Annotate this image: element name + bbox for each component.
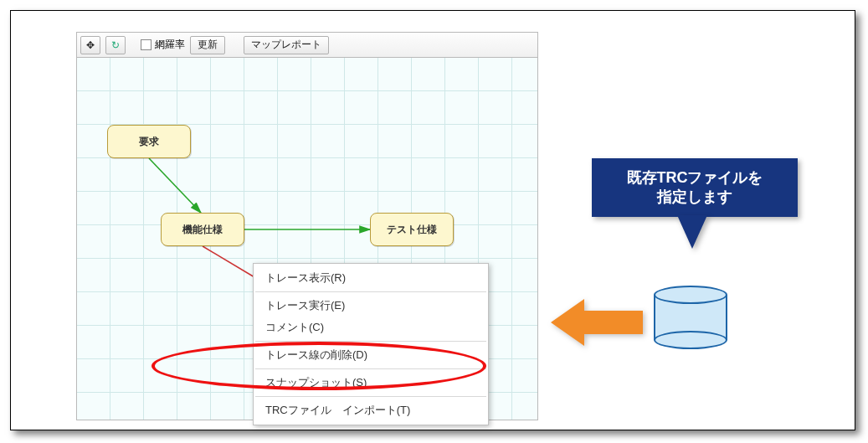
trace-line-red[interactable] <box>203 246 254 277</box>
menu-trace-run[interactable]: トレース実行(E) <box>254 295 488 317</box>
callout-box: 既存TRCファイルを 指定します <box>592 158 798 217</box>
coverage-label: 網羅率 <box>155 38 185 52</box>
map-report-button[interactable]: マップレポート <box>244 36 329 54</box>
node-requirement[interactable]: 要求 <box>107 125 191 158</box>
menu-comment[interactable]: コメント(C) <box>254 317 488 338</box>
database-icon <box>654 286 727 349</box>
move-tool-button[interactable]: ✥ <box>80 36 100 54</box>
menu-snapshot[interactable]: スナップショット(S) <box>254 372 488 394</box>
toolbar: ✥ ↻ 網羅率 更新 マップレポート <box>77 33 537 58</box>
callout-line-1: 既存TRCファイルを <box>627 169 763 186</box>
figure-frame: ✥ ↻ 網羅率 更新 マップレポート <box>10 10 855 430</box>
menu-separator <box>255 396 486 397</box>
menu-delete-trace[interactable]: トレース線の削除(D) <box>254 344 488 366</box>
callout-tail <box>677 215 707 249</box>
node-func-spec[interactable]: 機能仕様 <box>161 213 244 246</box>
menu-trc-import[interactable]: TRCファイル インポート(T) <box>254 399 488 421</box>
coverage-checkbox[interactable]: 網羅率 <box>141 38 185 52</box>
menu-separator <box>255 368 486 369</box>
update-button[interactable]: 更新 <box>190 36 225 54</box>
move-icon: ✥ <box>86 39 95 51</box>
refresh-icon: ↻ <box>111 39 120 51</box>
refresh-button[interactable]: ↻ <box>105 36 126 54</box>
callout-line-2: 指定します <box>657 188 732 205</box>
diagram-panel: ✥ ↻ 網羅率 更新 マップレポート <box>76 32 538 420</box>
node-test-spec[interactable]: テスト仕様 <box>370 213 454 246</box>
menu-trace-view[interactable]: トレース表示(R) <box>254 267 488 289</box>
checkbox-icon <box>141 39 152 50</box>
menu-separator <box>255 341 486 342</box>
context-menu: トレース表示(R) トレース実行(E) コメント(C) トレース線の削除(D) … <box>253 263 489 425</box>
arrow-req-to-func <box>149 158 201 213</box>
menu-separator <box>255 291 486 292</box>
annotation-arrow-left <box>551 299 643 346</box>
diagram-canvas[interactable]: 要求 機能仕様 テスト仕様 トレース表示(R) トレース実行(E) コメント(C… <box>77 58 537 420</box>
